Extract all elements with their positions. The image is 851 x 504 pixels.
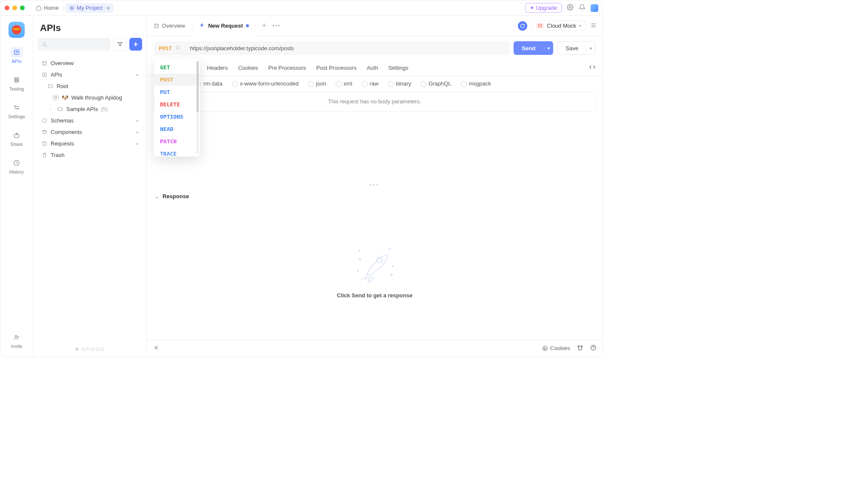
req-tab-auth[interactable]: Auth xyxy=(367,65,378,71)
req-tab-cookies[interactable]: Cookies xyxy=(238,65,258,71)
home-tab[interactable]: Home xyxy=(32,3,62,12)
project-label: My Project xyxy=(77,5,103,11)
nav-invite[interactable]: Invite xyxy=(4,330,29,350)
sidebar-search[interactable] xyxy=(37,38,111,51)
nav-share[interactable]: Share xyxy=(4,128,29,148)
main-area: Overview New Request + ••• xyxy=(147,16,603,356)
method-option-options[interactable]: OPTIONS xyxy=(154,111,200,123)
tree-walkthrough[interactable]: M 🐶 Walk through Apidog xyxy=(37,92,143,103)
panel-menu-icon[interactable] xyxy=(590,22,597,30)
svg-rect-15 xyxy=(154,24,158,28)
body-type-graphql[interactable]: GraphQL xyxy=(420,80,451,87)
dropdown-scroll-thumb[interactable] xyxy=(197,61,199,112)
nav-history[interactable]: History xyxy=(4,156,29,176)
upgrade-button[interactable]: ✦ Upgrade xyxy=(525,3,562,13)
tree-overview[interactable]: Overview xyxy=(37,57,143,69)
sparkle-icon: ✦ xyxy=(530,5,536,11)
maximize-window-icon[interactable] xyxy=(20,6,25,10)
req-tab-settings[interactable]: Settings xyxy=(388,65,408,71)
body-type-xml[interactable]: xml xyxy=(336,80,352,87)
cookie-icon xyxy=(542,345,548,351)
svg-rect-4 xyxy=(14,80,18,81)
filter-icon xyxy=(117,41,123,47)
user-avatar[interactable] xyxy=(591,4,598,12)
brand-logo[interactable] xyxy=(9,22,25,38)
settings-icon xyxy=(10,103,23,113)
tree-components[interactable]: Components ▸ xyxy=(37,126,143,138)
body-type-json[interactable]: json xyxy=(308,80,326,87)
svg-rect-12 xyxy=(43,61,46,65)
req-tab-pre[interactable]: Pre Processors xyxy=(268,65,306,71)
code-view-icon[interactable] xyxy=(589,64,596,72)
url-input[interactable]: https://jsonplaceholder.typicode.com/pos… xyxy=(185,41,509,55)
search-icon xyxy=(42,42,47,47)
left-nav: APIs Testing Settings Share History In xyxy=(0,16,33,356)
svg-point-6 xyxy=(14,106,16,107)
chevron-right-icon: ▸ xyxy=(137,118,139,123)
method-option-get[interactable]: GET xyxy=(154,61,200,74)
close-tab-icon[interactable]: × xyxy=(106,5,110,11)
env-badge: Cl xyxy=(536,23,544,28)
components-icon xyxy=(41,129,48,135)
tree-trash[interactable]: Trash xyxy=(37,149,143,161)
sidebar-brand-footer: ✱ APIDOG xyxy=(33,342,146,356)
sidebar: APIs + Overview APIs ▸ xyxy=(33,16,147,356)
chevron-right-icon: ▸ xyxy=(137,141,139,146)
body-type-urlencoded[interactable]: x-www-form-urlencoded xyxy=(232,80,299,87)
tab-new-request[interactable]: New Request xyxy=(192,16,256,36)
send-dropdown-icon[interactable]: ▾ xyxy=(544,46,553,51)
method-option-post[interactable]: POST xyxy=(154,74,200,86)
add-tab-button[interactable]: + xyxy=(262,21,267,30)
bell-icon[interactable] xyxy=(579,4,585,12)
nav-testing[interactable]: Testing xyxy=(4,73,29,93)
minimize-window-icon[interactable] xyxy=(12,6,17,10)
tree-schemas[interactable]: Schemas ▸ xyxy=(37,115,143,126)
body-type-row: none rm-data x-www-form-urlencoded json … xyxy=(147,76,603,91)
save-dropdown-icon[interactable]: ▾ xyxy=(586,46,595,51)
svg-point-7 xyxy=(17,108,19,109)
svg-point-22 xyxy=(544,347,545,348)
body-type-binary[interactable]: binary xyxy=(388,80,411,87)
response-header[interactable]: ⌄ Response xyxy=(147,190,603,203)
collapse-panel-icon[interactable] xyxy=(153,345,159,352)
resize-handle[interactable]: ••• xyxy=(147,180,603,190)
method-option-put[interactable]: PUT xyxy=(154,86,200,98)
body-type-msgpack[interactable]: msgpack xyxy=(461,80,491,87)
add-button[interactable]: + xyxy=(129,38,142,51)
nav-apis[interactable]: APIs xyxy=(4,46,29,65)
filter-button[interactable] xyxy=(114,38,126,51)
method-selector[interactable]: POST xyxy=(154,41,185,55)
settings-gear-icon[interactable] xyxy=(567,4,574,12)
environment-selector[interactable]: Cl Cloud Mock ▾ xyxy=(531,20,586,31)
req-tab-headers[interactable]: Headers xyxy=(207,65,228,71)
method-option-trace[interactable]: TRACE xyxy=(154,148,200,157)
save-button[interactable]: Save ▾ xyxy=(557,41,596,55)
method-option-head[interactable]: HEAD xyxy=(154,123,200,135)
req-tab-post[interactable]: Post Processors xyxy=(316,65,357,71)
help-icon[interactable] xyxy=(590,345,597,352)
separator: | xyxy=(63,5,65,11)
body-type-raw[interactable]: raw xyxy=(362,80,379,87)
svg-point-11 xyxy=(43,43,46,46)
send-button[interactable]: Send ▾ xyxy=(514,41,554,55)
tree-root-folder[interactable]: Root xyxy=(37,80,143,92)
tshirt-icon[interactable] xyxy=(577,345,583,352)
environment-refresh-icon[interactable] xyxy=(518,21,527,31)
tree-requests[interactable]: Requests ▸ xyxy=(37,138,143,149)
close-window-icon[interactable] xyxy=(5,6,9,10)
nav-settings[interactable]: Settings xyxy=(4,101,29,121)
method-option-patch[interactable]: PATCH xyxy=(154,135,200,148)
history-icon xyxy=(10,158,23,168)
more-tabs-icon[interactable]: ••• xyxy=(272,23,281,29)
method-option-delete[interactable]: DELETE xyxy=(154,98,200,111)
sidebar-tree: Overview APIs ▸ Root M 🐶 Walk through Ap… xyxy=(33,55,146,342)
tab-overview[interactable]: Overview xyxy=(147,16,192,36)
project-tab[interactable]: My Project × xyxy=(66,3,114,13)
tree-apis[interactable]: APIs ▸ xyxy=(37,69,143,80)
tree-sample-apis[interactable]: › Sample APIs (5) xyxy=(37,103,143,115)
rocket-icon xyxy=(351,244,398,286)
window-controls xyxy=(5,6,25,10)
cookies-button[interactable]: Cookies xyxy=(542,345,570,351)
testing-icon xyxy=(10,75,23,85)
request-tabs: Params Body Headers Cookies Pre Processo… xyxy=(147,60,603,76)
